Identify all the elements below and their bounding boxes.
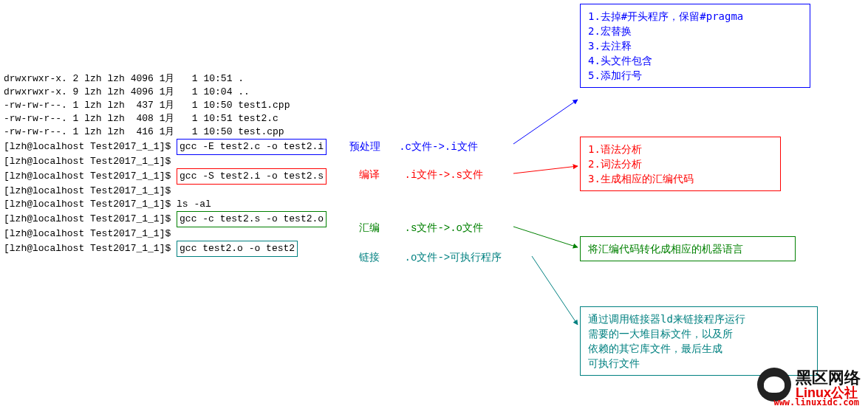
watermark-line1: 黑区网络 bbox=[796, 370, 861, 386]
note-line: 1.去掉#开头程序，保留#pragma bbox=[588, 9, 802, 24]
cmd-line-ls: [lzh@localhost Test2017_1_1]$ ls -al bbox=[4, 198, 327, 211]
cmd-line-preprocess: [lzh@localhost Test2017_1_1]$ gcc -E tes… bbox=[4, 139, 327, 155]
note-line: 2.词法分析 bbox=[588, 156, 773, 171]
prompt: [lzh@localhost Test2017_1_1]$ bbox=[4, 156, 171, 167]
cmd-line-empty: [lzh@localhost Test2017_1_1]$ bbox=[4, 227, 327, 241]
note-link: 通过调用链接器ld来链接程序运行 需要的一大堆目标文件，以及所 依赖的其它库文件… bbox=[580, 306, 818, 376]
listing-row: drwxrwxr-x. 2 lzh lzh 4096 1月 1 10:51 . bbox=[4, 72, 327, 86]
prompt: [lzh@localhost Test2017_1_1]$ bbox=[4, 185, 171, 196]
note-line: 将汇编代码转化成相应的机器语言 bbox=[588, 241, 787, 256]
terminal-output: drwxrwxr-x. 2 lzh lzh 4096 1月 1 10:51 . … bbox=[4, 72, 327, 257]
listing-row: -rw-rw-r--. 1 lzh lzh 408 1月 1 10:51 tes… bbox=[4, 112, 327, 125]
note-line: 2.宏替换 bbox=[588, 24, 802, 38]
prompt: [lzh@localhost Test2017_1_1]$ bbox=[4, 228, 171, 239]
prompt: [lzh@localhost Test2017_1_1]$ bbox=[4, 171, 171, 182]
listing-row: -rw-rw-r--. 1 lzh lzh 416 1月 1 10:50 tes… bbox=[4, 125, 327, 139]
note-line: 3.生成相应的汇编代码 bbox=[588, 171, 773, 186]
cmd-assemble-box: gcc -c test2.s -o test2.o bbox=[177, 211, 327, 227]
note-line: 5.添加行号 bbox=[588, 68, 802, 83]
listing-row: -rw-rw-r--. 1 lzh lzh 437 1月 1 10:50 tes… bbox=[4, 99, 327, 112]
note-line: 4.头文件包含 bbox=[588, 53, 802, 68]
stage-compile-label: 编译 .i文件->.s文件 bbox=[359, 168, 483, 182]
cmd-line-empty: [lzh@localhost Test2017_1_1]$ bbox=[4, 185, 327, 198]
watermark-url: www.linuxidc.com bbox=[773, 397, 859, 406]
cmd-preprocess-box: gcc -E test2.c -o test2.i bbox=[177, 139, 327, 155]
cmd-line-empty: [lzh@localhost Test2017_1_1]$ bbox=[4, 155, 327, 168]
prompt: [lzh@localhost Test2017_1_1]$ bbox=[4, 141, 171, 152]
svg-line-2 bbox=[513, 227, 578, 247]
prompt: [lzh@localhost Test2017_1_1]$ bbox=[4, 199, 171, 210]
cmd-line-compile: [lzh@localhost Test2017_1_1]$ gcc -S tes… bbox=[4, 168, 327, 185]
note-line: 通过调用链接器ld来链接程序运行 bbox=[588, 312, 810, 326]
svg-line-3 bbox=[532, 256, 578, 325]
note-preprocess: 1.去掉#开头程序，保留#pragma 2.宏替换 3.去注释 4.头文件包含 … bbox=[580, 4, 810, 88]
note-line: 1.语法分析 bbox=[588, 142, 773, 156]
note-line: 需要的一大堆目标文件，以及所 bbox=[588, 326, 810, 341]
svg-line-0 bbox=[513, 100, 578, 144]
cmd-ls: ls -al bbox=[177, 199, 211, 210]
cmd-link-box: gcc test2.o -o test2 bbox=[177, 241, 298, 257]
cmd-line-link: [lzh@localhost Test2017_1_1]$ gcc test2.… bbox=[4, 241, 327, 257]
prompt: [lzh@localhost Test2017_1_1]$ bbox=[4, 213, 171, 224]
note-assemble: 将汇编代码转化成相应的机器语言 bbox=[580, 236, 796, 261]
listing-row: drwxrwxr-x. 9 lzh lzh 4096 1月 1 10:04 .. bbox=[4, 86, 327, 99]
prompt: [lzh@localhost Test2017_1_1]$ bbox=[4, 243, 171, 254]
cmd-compile-box: gcc -S test2.i -o test2.s bbox=[177, 168, 327, 185]
note-line: 依赖的其它库文件，最后生成 bbox=[588, 341, 810, 356]
stage-link-label: 链接 .o文件->可执行程序 bbox=[359, 251, 502, 264]
cmd-line-assemble: [lzh@localhost Test2017_1_1]$ gcc -c tes… bbox=[4, 211, 327, 227]
svg-line-1 bbox=[513, 166, 578, 173]
note-line: 3.去注释 bbox=[588, 38, 802, 53]
note-compile: 1.语法分析 2.词法分析 3.生成相应的汇编代码 bbox=[580, 137, 781, 191]
stage-assemble-label: 汇编 .s文件->.o文件 bbox=[359, 221, 483, 235]
stage-preprocess-label: 预处理 .c文件->.i文件 bbox=[349, 140, 478, 154]
